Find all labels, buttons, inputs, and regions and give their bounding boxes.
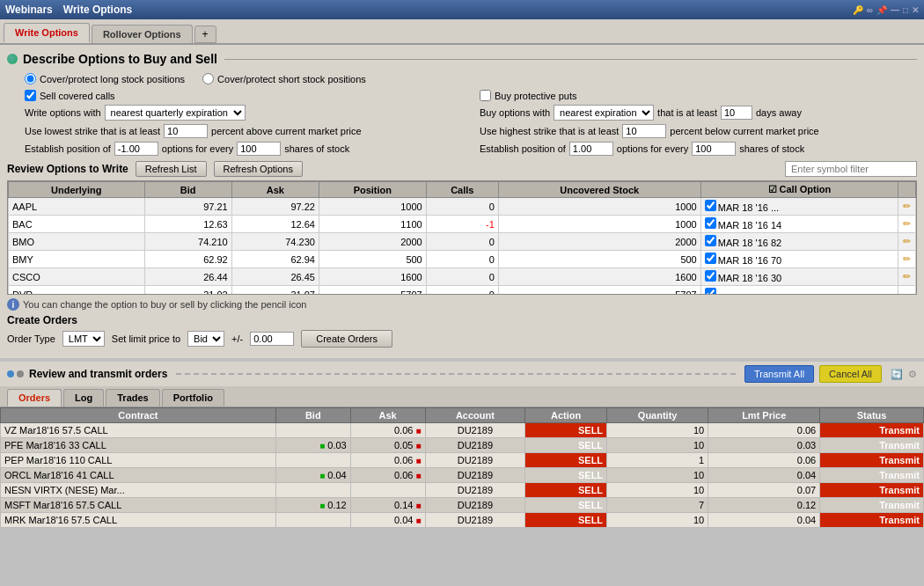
sub-tab-trades[interactable]: Trades — [106, 389, 159, 407]
cell-pencil[interactable]: ✏ — [898, 233, 916, 251]
cell-pencil[interactable]: ✏ — [898, 268, 916, 286]
cell-action: SELL — [525, 498, 607, 513]
col-action — [898, 182, 916, 198]
cell-status[interactable]: Transmit — [820, 468, 924, 483]
order-type-select[interactable]: LMT — [62, 331, 105, 347]
cell-position: 500 — [319, 251, 426, 268]
tab-add-button[interactable]: + — [194, 26, 216, 43]
cell-action: SELL — [525, 423, 607, 438]
cell-quantity: 10 — [607, 468, 708, 483]
days-away-input[interactable] — [721, 106, 752, 120]
cell-lmt-price: 0.03 — [708, 438, 820, 453]
cell-status[interactable]: Transmit — [820, 483, 924, 498]
establish-left-text: Establish position of — [25, 143, 111, 154]
buy-protective-checkbox[interactable] — [480, 90, 491, 101]
minimize-button[interactable]: — — [891, 5, 899, 15]
orders-table-row: NESN VIRTX (NESE) Mar... DU2189 SELL 10 … — [1, 483, 924, 498]
left-column: Sell covered calls Write options with ne… — [25, 90, 462, 156]
cell-contract: VZ Mar18'16 57.5 CALL — [1, 423, 276, 438]
write-expiry-select[interactable]: nearest quarterly expiration — [105, 105, 246, 121]
cell-status[interactable]: Transmit — [820, 423, 924, 438]
cell-contract: ORCL Mar18'16 41 CALL — [1, 468, 276, 483]
radio-long-label[interactable]: Cover/protect long stock positions — [25, 73, 185, 84]
lowest-strike-text: Use lowest strike that is at least — [25, 126, 160, 136]
cell-quantity: 10 — [607, 483, 708, 498]
ask-indicator: ■ — [415, 501, 421, 510]
orders-table: Contract Bid Ask Account Action Quantity… — [0, 407, 924, 528]
cell-position: 2000 — [319, 233, 426, 251]
limit-type-select[interactable]: Bid — [187, 331, 224, 347]
refresh-list-button[interactable]: Refresh List — [136, 161, 207, 177]
lowest-strike-input[interactable] — [164, 124, 208, 138]
cell-pencil[interactable]: ✏ — [898, 251, 916, 268]
cancel-all-button[interactable]: Cancel All — [819, 365, 882, 383]
sub-tab-log[interactable]: Log — [63, 389, 104, 407]
symbol-filter-input[interactable] — [785, 161, 917, 177]
cell-ask: 0.06 ■ — [350, 423, 425, 438]
cell-account: DU2189 — [425, 438, 525, 453]
cell-bid: 31.02 — [144, 286, 231, 296]
refresh-icon[interactable]: 🔄 — [891, 369, 903, 380]
title-bar: Webinars Write Options 🔑 ∞ 📌 — □ ✕ — [0, 0, 924, 19]
shares-right-input[interactable] — [692, 142, 736, 156]
orders-col-account: Account — [425, 408, 525, 423]
shares-left-input[interactable] — [237, 142, 281, 156]
cell-action: SELL — [525, 513, 607, 528]
cell-ask: 97.22 — [231, 198, 319, 216]
describe-section-header: Describe Options to Buy and Sell — [7, 52, 917, 66]
ask-indicator: ■ — [415, 456, 421, 465]
cell-status[interactable]: Transmit — [820, 498, 924, 513]
tab-write-options[interactable]: Write Options — [4, 23, 90, 43]
orders-table-row: ORCL Mar18'16 41 CALL ■ 0.04 0.06 ■ DU21… — [1, 468, 924, 483]
sub-tabs: Orders Log Trades Portfolio — [0, 386, 924, 407]
tab-rollover-options[interactable]: Rollover Options — [92, 25, 193, 43]
bid-indicator: ■ — [319, 501, 325, 510]
close-button[interactable]: ✕ — [912, 5, 919, 15]
create-orders-title: Create Orders — [7, 314, 917, 326]
cell-quantity: 10 — [607, 438, 708, 453]
establish-left-input[interactable] — [114, 142, 158, 156]
radio-short[interactable] — [202, 73, 214, 84]
window-title: Write Options — [63, 4, 132, 16]
cell-position: 5707 — [319, 286, 426, 296]
transmit-all-button[interactable]: Transmit All — [744, 365, 814, 383]
bid-indicator: ■ — [319, 471, 325, 480]
cell-status[interactable]: Transmit — [820, 438, 924, 453]
cell-contract: PEP Mar18'16 110 CALL — [1, 453, 276, 468]
orders-col-bid: Bid — [275, 408, 350, 423]
pin-icon: 📌 — [876, 5, 887, 15]
cell-calls: 0 — [426, 198, 498, 216]
cell-pencil[interactable] — [898, 286, 916, 296]
sell-covered-row: Sell covered calls — [25, 90, 462, 101]
buy-expiry-select[interactable]: nearest expiration — [554, 105, 654, 121]
create-orders-button[interactable]: Create Orders — [301, 330, 392, 348]
cell-status[interactable]: Transmit — [820, 453, 924, 468]
cell-call-option: MAR 18 '16 82 — [700, 233, 898, 251]
ask-indicator: ■ — [415, 441, 421, 450]
limit-value-input[interactable] — [250, 332, 294, 346]
radio-long[interactable] — [25, 73, 36, 84]
orders-table-body: VZ Mar18'16 57.5 CALL 0.06 ■ DU2189 SELL… — [1, 423, 924, 528]
cell-call-option: MAR 18 '16 70 — [700, 251, 898, 268]
highest-strike-input[interactable] — [622, 124, 666, 138]
sell-covered-checkbox[interactable] — [25, 90, 36, 101]
settings-icon[interactable]: ⚙ — [908, 369, 917, 380]
cell-uncovered: 5707 — [498, 286, 700, 296]
radio-short-text: Cover/protect short stock positions — [217, 74, 366, 84]
establish-right-input[interactable] — [569, 142, 613, 156]
cell-status[interactable]: Transmit — [820, 513, 924, 528]
sub-tab-orders[interactable]: Orders — [7, 389, 62, 407]
orders-table-row: VZ Mar18'16 57.5 CALL 0.06 ■ DU2189 SELL… — [1, 423, 924, 438]
radio-short-label[interactable]: Cover/protect short stock positions — [202, 73, 366, 84]
cell-pencil[interactable]: ✏ — [898, 198, 916, 216]
cell-action: SELL — [525, 468, 607, 483]
dashed-divider — [176, 373, 736, 375]
sub-tab-portfolio[interactable]: Portfolio — [162, 389, 224, 407]
cell-lmt-price: 0.04 — [708, 468, 820, 483]
orders-table-row: PFE Mar18'16 33 CALL ■ 0.03 0.05 ■ DU218… — [1, 438, 924, 453]
refresh-options-button[interactable]: Refresh Options — [214, 161, 303, 177]
cell-pencil[interactable]: ✏ — [898, 216, 916, 233]
options-table-wrapper: Underlying Bid Ask Position Calls Uncove… — [7, 180, 917, 295]
col-call-option: ☑ Call Option — [700, 182, 898, 198]
maximize-button[interactable]: □ — [903, 5, 908, 15]
